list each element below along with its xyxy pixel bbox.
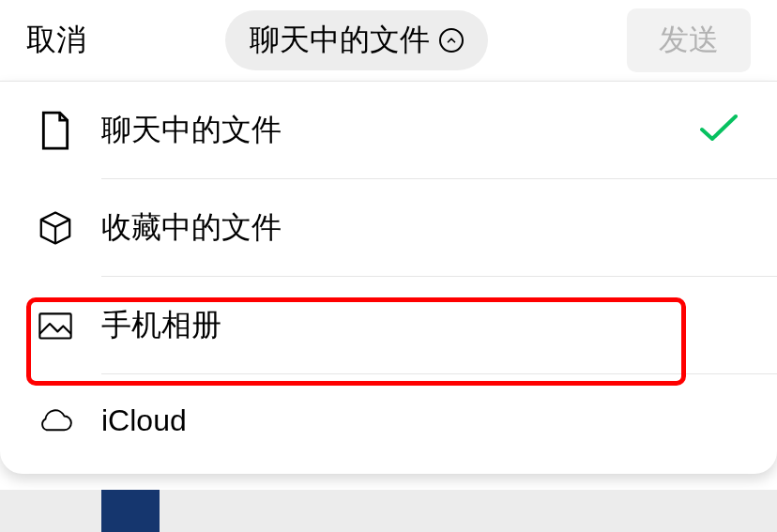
send-button[interactable]: 发送	[627, 8, 751, 72]
photo-icon	[38, 308, 73, 343]
option-label: 手机相册	[101, 305, 221, 346]
background-file-row	[0, 490, 777, 532]
option-label: 聊天中的文件	[101, 110, 282, 151]
file-thumbnail	[101, 490, 160, 532]
option-photo-album[interactable]: 手机相册	[0, 277, 777, 374]
cloud-icon	[38, 403, 73, 438]
option-label: 收藏中的文件	[101, 207, 282, 249]
cube-icon	[38, 210, 73, 246]
option-icloud[interactable]: iCloud	[0, 374, 777, 466]
option-chat-files[interactable]: 聊天中的文件	[0, 82, 777, 179]
cancel-button[interactable]: 取消	[26, 20, 86, 61]
checkmark-icon	[698, 113, 739, 148]
header: 取消 聊天中的文件 发送	[0, 0, 777, 81]
option-label: iCloud	[101, 403, 187, 438]
option-favorites[interactable]: 收藏中的文件	[0, 179, 777, 277]
source-selector-label: 聊天中的文件	[250, 20, 430, 61]
svg-rect-0	[39, 313, 70, 338]
file-icon	[38, 113, 73, 148]
chevron-up-icon	[439, 28, 464, 53]
source-dropdown: 聊天中的文件 收藏中的文件 手机相册 iCloud	[0, 81, 777, 474]
source-selector[interactable]: 聊天中的文件	[225, 10, 488, 70]
